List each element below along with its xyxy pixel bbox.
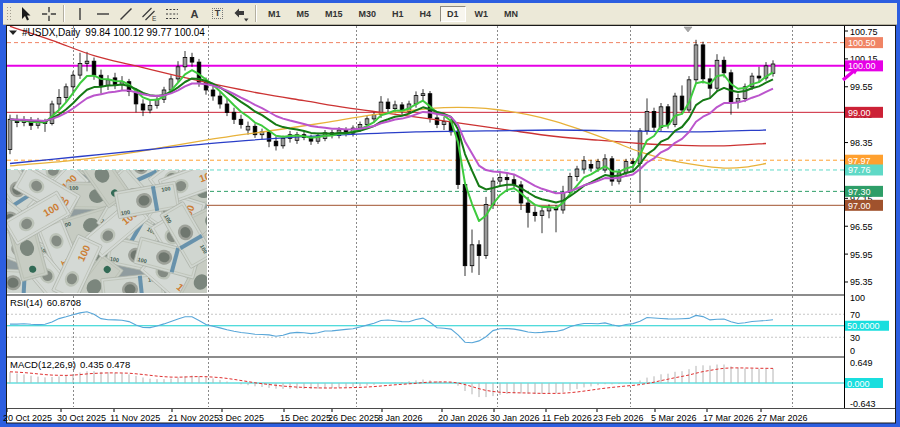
svg-text:30 Jan 2026: 30 Jan 2026 (490, 413, 540, 423)
svg-text:5 Mar 2026: 5 Mar 2026 (651, 413, 697, 423)
toolbar-separator (255, 5, 257, 22)
timeframe-m30-button[interactable]: M30 (352, 6, 384, 22)
time-axis[interactable]: 20 Oct 202530 Oct 202511 Nov 202521 Nov … (3, 409, 896, 423)
svg-text:0: 0 (850, 346, 855, 356)
svg-text:70: 70 (850, 310, 860, 320)
timeframe-h1-button[interactable]: H1 (385, 6, 411, 22)
svg-text:8 Jan 2026: 8 Jan 2026 (378, 413, 423, 423)
svg-text:97.00: 97.00 (848, 201, 871, 211)
svg-text:99.55: 99.55 (850, 82, 873, 92)
svg-text:95.95: 95.95 (850, 250, 873, 260)
timeframe-mn-button[interactable]: MN (497, 6, 525, 22)
text-label-tool-button[interactable]: T (206, 4, 229, 23)
timeframe-h4-button[interactable]: H4 (413, 6, 439, 22)
mt4-window: { "toolbar": { "tools": [ {"name":"curso… (0, 0, 900, 427)
svg-text:95.35: 95.35 (850, 277, 873, 287)
svg-text:97.30: 97.30 (848, 187, 871, 197)
horizontal-line-tool-button[interactable] (91, 4, 114, 23)
svg-text:#USDX,Daily99.84 100.12 99.77: #USDX,Daily99.84 100.12 99.77 100.04 (22, 27, 205, 38)
svg-text:30: 30 (850, 333, 860, 343)
toolbar-grip[interactable] (6, 6, 11, 22)
cursor-tool-button[interactable] (14, 4, 37, 23)
symbol-title: #USDX,Daily99.84 100.12 99.77 100.04 (9, 27, 205, 38)
chart-window[interactable]: 1001001001001001001001001001001001001001… (0, 0, 900, 427)
trend-line-tool-button[interactable] (114, 4, 137, 23)
equidistant-channel-tool-button[interactable]: E (137, 4, 160, 23)
svg-text:11 Feb 2026: 11 Feb 2026 (542, 413, 592, 423)
svg-text:30 Oct 2025: 30 Oct 2025 (57, 413, 106, 423)
svg-text:21 Nov 2025: 21 Nov 2025 (168, 413, 219, 423)
svg-text:100: 100 (0, 245, 2, 254)
svg-text:100.00: 100.00 (848, 61, 876, 71)
timeframe-d1-button[interactable]: D1 (440, 6, 466, 22)
svg-text:100: 100 (850, 293, 865, 303)
svg-text:98.35: 98.35 (850, 138, 873, 148)
toolbar: EAT M1M5M15M30H1H4D1W1MN (3, 3, 897, 25)
arrows-tool-button[interactable] (229, 4, 252, 23)
svg-text:15 Dec 2025: 15 Dec 2025 (280, 413, 331, 423)
svg-text:E: E (152, 15, 157, 22)
svg-text:96.55: 96.55 (850, 222, 873, 232)
svg-text:97.76: 97.76 (848, 165, 871, 175)
crosshair-tool-button[interactable] (37, 4, 60, 23)
timeframe-m5-button[interactable]: M5 (290, 6, 317, 22)
svg-text:20 Oct 2025: 20 Oct 2025 (3, 413, 52, 423)
svg-text:99.00: 99.00 (848, 108, 871, 118)
svg-text:100.50: 100.50 (848, 38, 876, 48)
svg-text:0.649: 0.649 (850, 358, 873, 368)
text-tool-button[interactable]: A (183, 4, 206, 23)
svg-text:50.0000: 50.0000 (847, 321, 880, 331)
fibonacci-tool-button[interactable] (160, 4, 183, 23)
svg-text:23 Feb 2026: 23 Feb 2026 (593, 413, 644, 423)
timeframe-m15-button[interactable]: M15 (318, 6, 350, 22)
svg-text:-0.643: -0.643 (850, 399, 876, 409)
macd-label: MACD(12,26,9)0.435 0.478 (10, 359, 130, 370)
timeframe-w1-button[interactable]: W1 (468, 6, 496, 22)
timeframe-m1-button[interactable]: M1 (261, 6, 288, 22)
svg-text:27 Mar 2026: 27 Mar 2026 (757, 413, 808, 423)
svg-text:20 Jan 2026: 20 Jan 2026 (438, 413, 488, 423)
price-scale[interactable]: 100.75100.1599.5598.9598.3597.7597.1596.… (843, 25, 896, 409)
svg-text:100.75: 100.75 (850, 27, 878, 37)
svg-text:11 Nov 2025: 11 Nov 2025 (110, 413, 160, 423)
vertical-line-tool-button[interactable] (68, 4, 91, 23)
svg-text:17 Mar 2026: 17 Mar 2026 (703, 413, 754, 423)
svg-text:97.97: 97.97 (848, 156, 871, 166)
toolbar-separator (63, 5, 65, 22)
svg-text:3 Dec 2025: 3 Dec 2025 (218, 413, 264, 423)
svg-text:26 Dec 2025: 26 Dec 2025 (328, 413, 379, 423)
svg-text:0.000: 0.000 (847, 379, 870, 389)
svg-text:100: 100 (0, 172, 4, 183)
